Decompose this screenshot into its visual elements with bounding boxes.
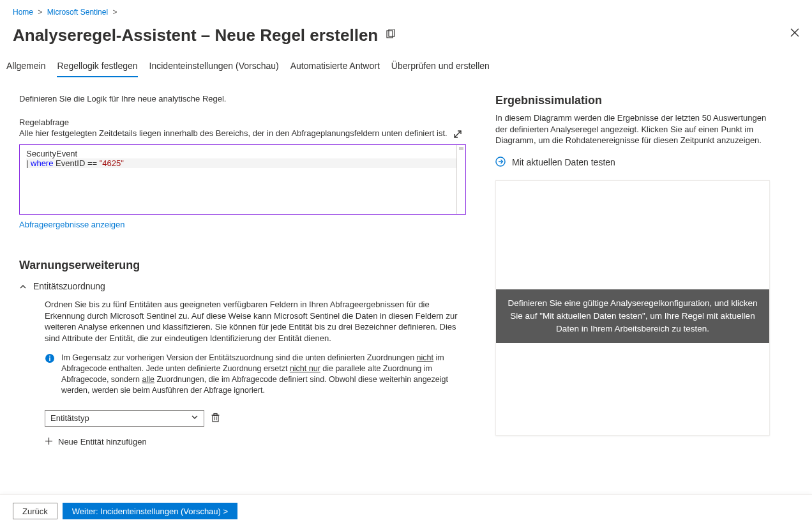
tab-review-create[interactable]: Überprüfen und erstellen (391, 57, 490, 77)
delete-entity-icon[interactable] (211, 413, 220, 424)
svg-line-4 (455, 131, 461, 137)
breadcrumb-sep: > (38, 8, 42, 17)
info-note: Im Gegensatz zur vorherigen Version der … (45, 353, 466, 396)
plus-icon (45, 437, 53, 447)
add-entity-button[interactable]: Neue Entität hinzufügen (45, 437, 466, 447)
expand-icon[interactable] (453, 130, 462, 141)
breadcrumb-sentinel[interactable]: Microsoft Sentinel (47, 8, 108, 17)
svg-rect-12 (214, 413, 217, 415)
breadcrumb-sep: > (112, 8, 117, 17)
close-icon[interactable] (790, 28, 799, 39)
chevron-up-icon (19, 282, 27, 290)
info-icon (45, 353, 55, 396)
test-link-label: Mit aktuellen Daten testen (512, 157, 615, 167)
entity-mapping-label: Entitätszuordnung (33, 281, 105, 291)
add-entity-label: Neue Entität hinzufügen (58, 437, 147, 447)
rule-logic-panel: Definieren Sie die Logik für Ihre neue a… (19, 94, 466, 447)
svg-rect-6 (49, 358, 50, 362)
results-simulation-panel: Ergebnissimulation In diesem Diagramm we… (495, 94, 770, 447)
next-button[interactable]: Weiter: Incidenteinstellungen (Vorschau)… (63, 503, 237, 519)
svg-rect-8 (213, 415, 218, 422)
back-button[interactable]: Zurück (13, 503, 57, 519)
test-with-current-data-button[interactable]: Mit aktuellen Daten testen (495, 157, 770, 169)
simulation-description: In diesem Diagramm werden die Ergebnisse… (495, 112, 770, 146)
breadcrumb: Home > Microsoft Sentinel > (0, 0, 812, 17)
page-header: Analyseregel-Assistent – Neue Regel erst… (0, 17, 812, 50)
query-label: Regelabfrage (19, 118, 466, 127)
entity-type-dropdown[interactable]: Entitätstyp (45, 410, 204, 427)
tab-rule-logic[interactable]: Regellogik festlegen (57, 57, 137, 77)
simulation-chart-area: Definieren Sie eine gültige Analyseregel… (495, 180, 770, 436)
entity-type-placeholder: Entitätstyp (50, 413, 89, 423)
chevron-down-icon (191, 413, 199, 423)
simulation-title: Ergebnissimulation (495, 94, 770, 107)
query-editor[interactable]: SecurityEvent | where EventID == "4625" (19, 144, 466, 215)
tab-general[interactable]: Allgemein (6, 57, 45, 77)
tab-automated-response[interactable]: Automatisierte Antwort (290, 57, 380, 77)
page-title: Analyseregel-Assistent – Neue Regel erst… (13, 26, 378, 45)
simulation-placeholder-message: Definieren Sie eine gültige Analyseregel… (496, 289, 769, 344)
entity-mapping-accordion[interactable]: Entitätszuordnung (19, 281, 466, 291)
minimap-scrollbar[interactable] (456, 145, 465, 214)
arrow-right-circle-icon (495, 157, 506, 169)
alert-enhancement-heading: Warnungserweiterung (19, 259, 466, 272)
pin-icon[interactable] (386, 29, 396, 42)
breadcrumb-home[interactable]: Home (13, 8, 33, 17)
code-line-1: SecurityEvent (26, 149, 459, 158)
intro-text: Definieren Sie die Logik für Ihre neue a… (19, 94, 466, 103)
wizard-footer: Zurück Weiter: Incidenteinstellungen (Vo… (0, 494, 812, 527)
svg-point-7 (49, 356, 50, 357)
tab-incident-settings[interactable]: Incidenteinstellungen (Vorschau) (149, 57, 279, 77)
code-line-2: | where EventID == "4625" (26, 158, 459, 168)
query-sublabel: Alle hier festgelegten Zeitdetails liege… (19, 128, 447, 138)
tab-bar: Allgemein Regellogik festlegen Incidente… (0, 50, 812, 77)
entity-mapping-description: Ordnen Sie bis zu fünf Entitäten aus gee… (45, 299, 466, 344)
view-query-results-link[interactable]: Abfrageergebnisse anzeigen (19, 220, 125, 229)
